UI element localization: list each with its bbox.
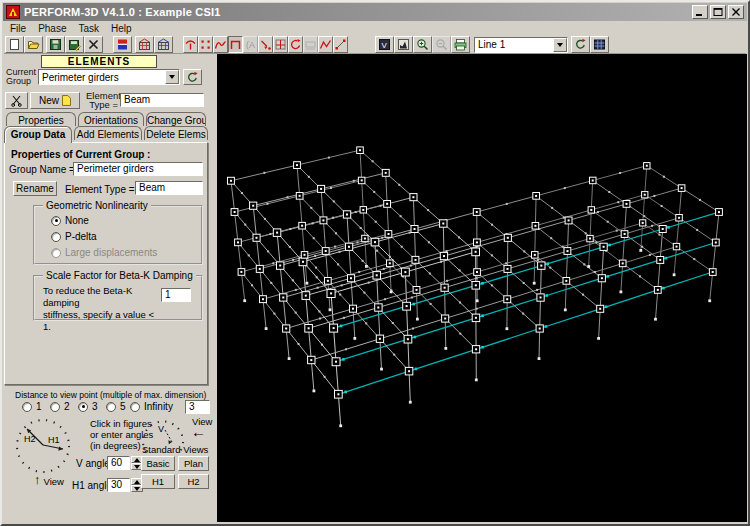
plot-person-button[interactable]: [394, 36, 413, 53]
standard-view-plan-button[interactable]: Plan: [178, 456, 209, 471]
damping-title: Scale Factor for Beta-K Damping: [43, 270, 196, 281]
element-type-label-2: Element Type =: [65, 184, 135, 195]
save-icon: [49, 38, 62, 51]
panel-banner: ELEMENTS: [41, 55, 157, 68]
delete-button[interactable]: [84, 36, 103, 53]
text-note-icon: (A: [244, 38, 257, 51]
view-selector[interactable]: Line 1: [474, 37, 568, 53]
tab-properties[interactable]: Properties: [6, 112, 76, 126]
save-as-button[interactable]: [65, 36, 84, 53]
open-button[interactable]: [24, 36, 43, 53]
current-group-select[interactable]: Perimeter girders: [38, 69, 180, 85]
window-title: PERFORM-3D V4.1.0 : Example CSI1: [24, 6, 692, 18]
chevron-down-icon[interactable]: [165, 70, 179, 84]
left-arrow-icon: ←: [191, 426, 206, 438]
delete-icon: [87, 38, 100, 51]
menu-item-phase[interactable]: Phase: [32, 23, 72, 34]
group-name-label: Group Name =: [9, 164, 75, 175]
zoom-in-icon: [416, 38, 429, 51]
limit-states-button[interactable]: [318, 36, 333, 53]
h-angle-dial[interactable]: H2 H1: [8, 412, 76, 478]
menu-bar: FilePhaseTaskHelp: [4, 22, 746, 35]
rename-button[interactable]: Rename: [13, 181, 57, 196]
phase-flag-button[interactable]: [113, 36, 132, 53]
print-button[interactable]: [451, 36, 470, 53]
radio-geom-none[interactable]: None: [51, 215, 89, 226]
tab-add-elements[interactable]: Add Elements: [74, 126, 142, 140]
new-group-button[interactable]: New: [30, 92, 80, 109]
open-icon: [27, 38, 40, 51]
close-button[interactable]: [728, 5, 744, 19]
structure-sections-button[interactable]: [273, 36, 288, 53]
slaved-constraints-button[interactable]: [333, 36, 348, 53]
structure-sections-icon: [274, 38, 287, 51]
gravity-loads-button[interactable]: [183, 36, 198, 53]
radio-distance-5[interactable]: 5: [106, 401, 126, 412]
h1-angle-field[interactable]: 30: [107, 478, 130, 492]
app-icon: [6, 5, 20, 19]
gravity-loads-icon: [184, 38, 197, 51]
radio-geom-p-delta[interactable]: P-delta: [51, 231, 97, 242]
radio-distance-3[interactable]: 3: [78, 401, 98, 412]
view-structure-icon: [157, 38, 170, 51]
modify-structure-icon: [138, 38, 151, 51]
tab-change-group[interactable]: Change Group: [146, 112, 206, 126]
nodes-button[interactable]: [198, 36, 213, 53]
view-structure-button[interactable]: [154, 36, 173, 53]
frame-grid-button[interactable]: [590, 36, 609, 53]
menu-item-task[interactable]: Task: [72, 23, 105, 34]
frame-grid-icon: [593, 38, 606, 51]
window-controls: [692, 5, 744, 19]
component-properties-button[interactable]: [213, 36, 228, 53]
drifts-button[interactable]: [258, 36, 273, 53]
redraw-button[interactable]: [571, 36, 590, 53]
standard-view-h1-button[interactable]: H1: [141, 474, 175, 489]
radio-dot: [50, 402, 60, 412]
tab-group-data[interactable]: Group Data: [4, 126, 72, 143]
tab-orientations[interactable]: Orientations: [78, 112, 144, 126]
radio-distance-2[interactable]: 2: [50, 401, 70, 412]
new-button[interactable]: [5, 36, 24, 53]
radio-distance-1[interactable]: 1: [22, 401, 42, 412]
scissors-icon: [10, 94, 23, 107]
geometric-nonlinearity-title: Geometric Nonlinearity: [43, 200, 151, 211]
menu-item-file[interactable]: File: [4, 23, 32, 34]
radio-distance-infinity[interactable]: Infinity: [130, 401, 173, 412]
dial-h2-label: H2: [24, 434, 36, 444]
modify-structure-button[interactable]: [135, 36, 154, 53]
tab-delete-elems[interactable]: Delete Elems: [144, 126, 208, 140]
refresh-icon: [186, 71, 199, 84]
minimize-button[interactable]: [692, 5, 708, 19]
load-rotate-button[interactable]: [288, 36, 303, 53]
damping-value-field[interactable]: 1: [161, 288, 191, 302]
saved-views-button[interactable]: V: [375, 36, 394, 53]
nodes-icon: [199, 38, 212, 51]
zoom-out-button: [432, 36, 451, 53]
radio-dot: [106, 402, 116, 412]
print-icon: [454, 38, 467, 51]
new-page-icon: [62, 95, 71, 106]
maximize-button[interactable]: [710, 5, 726, 19]
element-type-field[interactable]: Beam: [120, 93, 204, 107]
element-type-field-2[interactable]: Beam: [135, 181, 203, 195]
standard-view-basic-button[interactable]: Basic: [141, 456, 175, 471]
group-name-field[interactable]: Perimeter girders: [73, 162, 203, 176]
chevron-down-icon[interactable]: [553, 38, 567, 52]
standard-view-h2-button[interactable]: H2: [178, 474, 209, 489]
model-viewport[interactable]: [217, 54, 747, 522]
group-data-heading: Properties of Current Group :: [11, 149, 150, 160]
radio-geom-large-displacements: Large displacements: [51, 247, 157, 258]
v-angle-field[interactable]: 60: [107, 456, 130, 470]
view-direction-bottom: ↑ View: [34, 474, 64, 487]
app-window: PERFORM-3D V4.1.0 : Example CSI1 FilePha…: [0, 0, 750, 526]
gaps-button: [303, 36, 318, 53]
component-properties-icon: [214, 38, 227, 51]
refresh-group-button[interactable]: [183, 69, 202, 85]
elements-button[interactable]: [228, 36, 243, 53]
zoom-in-button[interactable]: [413, 36, 432, 53]
save-button[interactable]: [46, 36, 65, 53]
delete-group-button[interactable]: [5, 92, 28, 109]
menu-item-help[interactable]: Help: [105, 23, 138, 34]
radio-dot: [22, 402, 32, 412]
svg-text:V: V: [381, 41, 387, 50]
